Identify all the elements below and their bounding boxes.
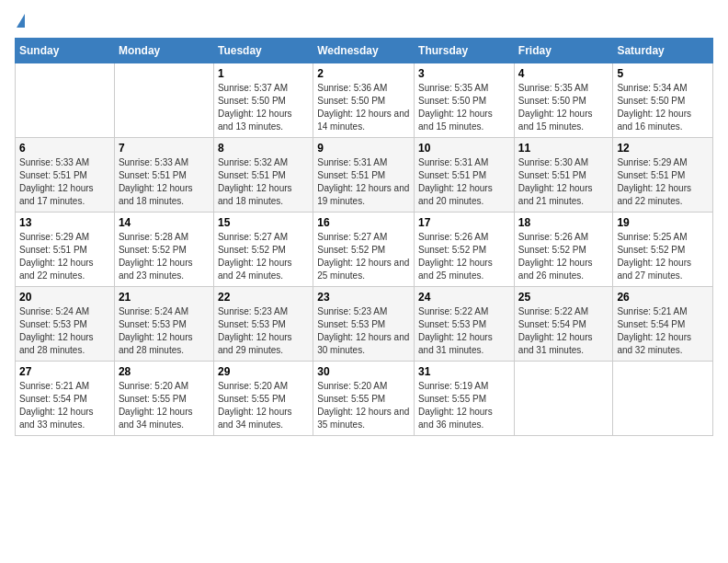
day-info: Sunrise: 5:29 AMSunset: 5:51 PMDaylight:… [19, 231, 110, 282]
day-info: Sunrise: 5:33 AMSunset: 5:51 PMDaylight:… [119, 156, 210, 208]
calendar-day-cell: 4Sunrise: 5:35 AMSunset: 5:50 PMDaylight… [514, 63, 613, 138]
calendar-day-cell: 10Sunrise: 5:31 AMSunset: 5:51 PMDayligh… [415, 138, 515, 213]
calendar-day-cell: 29Sunrise: 5:20 AMSunset: 5:55 PMDayligh… [213, 362, 313, 436]
day-number: 23 [317, 291, 410, 304]
day-number: 27 [19, 365, 110, 378]
day-info: Sunrise: 5:34 AMSunset: 5:50 PMDaylight:… [617, 82, 709, 133]
day-info: Sunrise: 5:23 AMSunset: 5:53 PMDaylight:… [218, 305, 309, 357]
calendar-day-cell: 18Sunrise: 5:26 AMSunset: 5:52 PMDayligh… [514, 213, 613, 287]
day-number: 2 [317, 67, 410, 80]
day-number: 18 [518, 216, 609, 229]
day-number: 10 [418, 142, 510, 155]
calendar-header-row: SundayMondayTuesdayWednesdayThursdayFrid… [16, 39, 713, 63]
calendar-day-cell: 1Sunrise: 5:37 AMSunset: 5:50 PMDaylight… [213, 63, 313, 138]
day-of-week-header: Friday [514, 39, 613, 63]
day-of-week-header: Wednesday [313, 39, 415, 63]
day-info: Sunrise: 5:25 AMSunset: 5:52 PMDaylight:… [617, 231, 709, 282]
day-number: 11 [518, 142, 609, 155]
calendar-day-cell: 11Sunrise: 5:30 AMSunset: 5:51 PMDayligh… [514, 138, 613, 213]
day-number: 22 [218, 291, 309, 304]
calendar-day-cell: 30Sunrise: 5:20 AMSunset: 5:55 PMDayligh… [313, 362, 415, 436]
day-of-week-header: Sunday [16, 39, 115, 63]
calendar-week-row: 20Sunrise: 5:24 AMSunset: 5:53 PMDayligh… [16, 287, 713, 362]
calendar-table: SundayMondayTuesdayWednesdayThursdayFrid… [15, 38, 713, 436]
day-info: Sunrise: 5:20 AMSunset: 5:55 PMDaylight:… [218, 380, 309, 431]
calendar-day-cell: 2Sunrise: 5:36 AMSunset: 5:50 PMDaylight… [313, 63, 415, 138]
day-number: 14 [119, 216, 210, 229]
calendar-day-cell: 19Sunrise: 5:25 AMSunset: 5:52 PMDayligh… [613, 213, 713, 287]
day-number: 15 [218, 216, 309, 229]
calendar-week-row: 6Sunrise: 5:33 AMSunset: 5:51 PMDaylight… [16, 138, 713, 213]
calendar-day-cell [16, 63, 115, 138]
calendar-day-cell: 12Sunrise: 5:29 AMSunset: 5:51 PMDayligh… [613, 138, 713, 213]
calendar-day-cell: 25Sunrise: 5:22 AMSunset: 5:54 PMDayligh… [514, 287, 613, 362]
day-number: 28 [119, 365, 210, 378]
day-number: 8 [218, 142, 309, 155]
calendar-day-cell: 24Sunrise: 5:22 AMSunset: 5:53 PMDayligh… [415, 287, 515, 362]
calendar-day-cell: 17Sunrise: 5:26 AMSunset: 5:52 PMDayligh… [415, 213, 515, 287]
day-number: 9 [317, 142, 410, 155]
day-info: Sunrise: 5:23 AMSunset: 5:53 PMDaylight:… [317, 305, 410, 357]
logo [15, 15, 25, 29]
day-number: 13 [19, 216, 110, 229]
day-info: Sunrise: 5:37 AMSunset: 5:50 PMDaylight:… [218, 82, 309, 133]
day-number: 31 [418, 365, 510, 378]
calendar-day-cell: 15Sunrise: 5:27 AMSunset: 5:52 PMDayligh… [213, 213, 313, 287]
day-info: Sunrise: 5:27 AMSunset: 5:52 PMDaylight:… [317, 231, 410, 282]
calendar-day-cell: 26Sunrise: 5:21 AMSunset: 5:54 PMDayligh… [613, 287, 713, 362]
day-of-week-header: Thursday [415, 39, 515, 63]
day-number: 12 [617, 142, 709, 155]
calendar-day-cell [514, 362, 613, 436]
calendar-day-cell [613, 362, 713, 436]
day-of-week-header: Saturday [613, 39, 713, 63]
calendar-day-cell: 6Sunrise: 5:33 AMSunset: 5:51 PMDaylight… [16, 138, 115, 213]
day-info: Sunrise: 5:20 AMSunset: 5:55 PMDaylight:… [119, 380, 210, 431]
day-number: 6 [19, 142, 110, 155]
day-number: 25 [518, 291, 609, 304]
day-number: 1 [218, 67, 309, 80]
calendar-day-cell: 7Sunrise: 5:33 AMSunset: 5:51 PMDaylight… [114, 138, 213, 213]
day-info: Sunrise: 5:35 AMSunset: 5:50 PMDaylight:… [518, 82, 609, 133]
day-info: Sunrise: 5:22 AMSunset: 5:54 PMDaylight:… [518, 305, 609, 357]
day-info: Sunrise: 5:30 AMSunset: 5:51 PMDaylight:… [518, 156, 609, 208]
day-number: 29 [218, 365, 309, 378]
calendar-day-cell: 21Sunrise: 5:24 AMSunset: 5:53 PMDayligh… [114, 287, 213, 362]
day-number: 21 [119, 291, 210, 304]
calendar-day-cell: 23Sunrise: 5:23 AMSunset: 5:53 PMDayligh… [313, 287, 415, 362]
day-info: Sunrise: 5:19 AMSunset: 5:55 PMDaylight:… [418, 380, 510, 431]
calendar-day-cell: 16Sunrise: 5:27 AMSunset: 5:52 PMDayligh… [313, 213, 415, 287]
day-number: 26 [617, 291, 709, 304]
day-info: Sunrise: 5:21 AMSunset: 5:54 PMDaylight:… [19, 380, 110, 431]
day-number: 16 [317, 216, 410, 229]
calendar-day-cell: 14Sunrise: 5:28 AMSunset: 5:52 PMDayligh… [114, 213, 213, 287]
calendar-day-cell: 9Sunrise: 5:31 AMSunset: 5:51 PMDaylight… [313, 138, 415, 213]
day-number: 19 [617, 216, 709, 229]
calendar-day-cell: 28Sunrise: 5:20 AMSunset: 5:55 PMDayligh… [114, 362, 213, 436]
day-info: Sunrise: 5:36 AMSunset: 5:50 PMDaylight:… [317, 82, 410, 133]
day-number: 3 [418, 67, 510, 80]
calendar-week-row: 1Sunrise: 5:37 AMSunset: 5:50 PMDaylight… [16, 63, 713, 138]
calendar-day-cell: 3Sunrise: 5:35 AMSunset: 5:50 PMDaylight… [415, 63, 515, 138]
calendar-day-cell: 31Sunrise: 5:19 AMSunset: 5:55 PMDayligh… [415, 362, 515, 436]
logo-icon [17, 14, 25, 28]
day-number: 17 [418, 216, 510, 229]
day-info: Sunrise: 5:26 AMSunset: 5:52 PMDaylight:… [418, 231, 510, 282]
calendar-day-cell: 13Sunrise: 5:29 AMSunset: 5:51 PMDayligh… [16, 213, 115, 287]
calendar-day-cell: 22Sunrise: 5:23 AMSunset: 5:53 PMDayligh… [213, 287, 313, 362]
day-info: Sunrise: 5:22 AMSunset: 5:53 PMDaylight:… [418, 305, 510, 357]
day-number: 20 [19, 291, 110, 304]
day-number: 30 [317, 365, 410, 378]
day-number: 24 [418, 291, 510, 304]
day-info: Sunrise: 5:32 AMSunset: 5:51 PMDaylight:… [218, 156, 309, 208]
calendar-day-cell: 27Sunrise: 5:21 AMSunset: 5:54 PMDayligh… [16, 362, 115, 436]
calendar-week-row: 13Sunrise: 5:29 AMSunset: 5:51 PMDayligh… [16, 213, 713, 287]
day-info: Sunrise: 5:29 AMSunset: 5:51 PMDaylight:… [617, 156, 709, 208]
day-number: 5 [617, 67, 709, 80]
day-number: 7 [119, 142, 210, 155]
day-info: Sunrise: 5:27 AMSunset: 5:52 PMDaylight:… [218, 231, 309, 282]
calendar-day-cell [114, 63, 213, 138]
day-info: Sunrise: 5:35 AMSunset: 5:50 PMDaylight:… [418, 82, 510, 133]
calendar-day-cell: 20Sunrise: 5:24 AMSunset: 5:53 PMDayligh… [16, 287, 115, 362]
day-of-week-header: Monday [114, 39, 213, 63]
calendar-day-cell: 5Sunrise: 5:34 AMSunset: 5:50 PMDaylight… [613, 63, 713, 138]
